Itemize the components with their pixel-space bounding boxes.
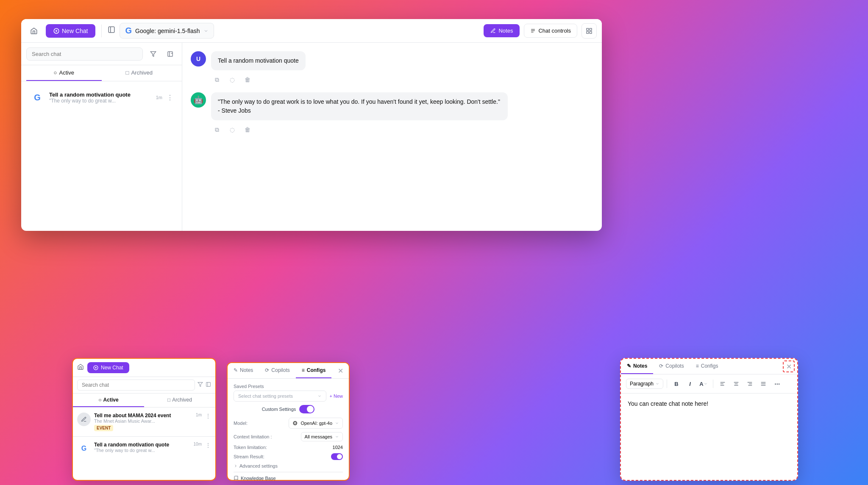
chat-preview: "The only way to do great w... xyxy=(49,98,152,104)
sidebar-float-search-input[interactable] xyxy=(77,380,195,391)
paragraph-select[interactable]: Paragraph xyxy=(626,379,663,389)
justify-button[interactable] xyxy=(757,378,769,390)
sidebar-float-item-1[interactable]: Tell me about MAMA 2024 event The Mnet A… xyxy=(73,409,215,435)
search-input[interactable] xyxy=(26,47,143,61)
model-row: Model: ⚙ OpenAI: gpt-4o xyxy=(234,418,343,429)
model-select[interactable]: ⚙ OpenAI: gpt-4o xyxy=(289,418,343,429)
notes-tab-configs[interactable]: ≡ Configs xyxy=(690,359,724,374)
saved-presets-label: Saved Presets xyxy=(234,384,343,389)
advanced-settings-toggle[interactable]: Advanced settings xyxy=(234,463,343,468)
kb-label: Knowledge Base xyxy=(234,476,343,481)
chat-item-avatar-2: G xyxy=(77,442,91,455)
chat-controls-label: Chat controls xyxy=(538,28,571,34)
chat-info: Tell a random motivation quote "The only… xyxy=(49,91,152,104)
preset-select[interactable]: Select chat setting presets xyxy=(234,391,326,402)
chat-controls-button[interactable]: Chat controls xyxy=(524,24,577,38)
configs-tab-label: Configs xyxy=(307,367,326,373)
message-block-ai: 🤖 "The only way to do great work is to l… xyxy=(191,92,593,136)
copy-button-ai[interactable]: ⧉ xyxy=(211,124,223,136)
chat-title: Tell a random motivation quote xyxy=(49,91,152,98)
refresh-button-ai[interactable]: ◌ xyxy=(226,124,238,136)
delete-button-user[interactable]: 🗑 xyxy=(242,74,253,86)
chat-avatar: G xyxy=(30,90,45,105)
new-chat-button[interactable]: New Chat xyxy=(46,24,95,38)
sidebar-float-item-2[interactable]: G Tell a random motivation quote "The on… xyxy=(73,438,215,459)
controls-tab-copilots[interactable]: ⟳ Copilots xyxy=(259,363,295,378)
align-center-button[interactable] xyxy=(730,378,742,390)
chat-item-avatar-1 xyxy=(77,413,91,426)
ai-avatar: 🤖 xyxy=(191,92,206,108)
kb-title: Knowledge Base xyxy=(241,476,276,481)
chat-time-1: 1m xyxy=(196,413,202,417)
model-value: OpenAI: gpt-4o xyxy=(300,421,332,426)
more-formatting-button[interactable]: ⋯ xyxy=(771,378,783,390)
chat-item-more-1[interactable]: ⋮ xyxy=(205,413,211,419)
notes-tab-notes[interactable]: ✎ Notes xyxy=(621,359,653,374)
message-block-user: U Tell a random motivation quote ⧉ ◌ 🗑 xyxy=(191,51,593,86)
message-actions-ai: ⧉ ◌ 🗑 xyxy=(191,124,593,136)
custom-settings-toggle[interactable] xyxy=(299,405,314,413)
italic-button[interactable]: I xyxy=(684,378,696,390)
align-left-button[interactable] xyxy=(717,378,729,390)
chat-more-button[interactable]: ⋮ xyxy=(167,94,173,102)
preset-placeholder: Select chat setting presets xyxy=(238,394,293,399)
notes-content[interactable]: You can create chat note here! xyxy=(621,394,797,457)
new-preset-button[interactable]: + New xyxy=(330,394,343,399)
extra-icon-button[interactable] xyxy=(581,23,597,39)
tab-active[interactable]: ○ Active xyxy=(26,65,102,81)
chat-item-more-2[interactable]: ⋮ xyxy=(205,442,211,449)
chat-list: G Tell a random motivation quote "The on… xyxy=(21,81,182,231)
svg-rect-3 xyxy=(109,27,115,33)
notes-float-panel: ✎ Notes ⟳ Copilots ≡ Configs ✕ Paragraph… xyxy=(620,358,798,481)
chat-item-preview-2: "The only way to do great w... xyxy=(94,448,190,453)
delete-button-ai[interactable]: 🗑 xyxy=(242,124,253,136)
configs-icon: ≡ xyxy=(696,363,699,369)
sidebar-toggle[interactable] xyxy=(108,26,115,36)
sidebar-float-tab-active[interactable]: ○Active xyxy=(73,394,144,407)
sidebar-float-filter-icon[interactable] xyxy=(198,381,203,389)
controls-close-button[interactable]: ✕ xyxy=(334,365,346,377)
controls-tab-configs[interactable]: ≡ Configs xyxy=(296,363,332,378)
sidebar-float-new-chat-label: New Chat xyxy=(101,365,123,371)
align-right-button[interactable] xyxy=(744,378,756,390)
copy-button-user[interactable]: ⧉ xyxy=(211,74,223,86)
notes-icon: ✎ xyxy=(627,363,631,369)
stream-toggle[interactable] xyxy=(331,453,343,460)
copilots-tab-label: Copilots xyxy=(271,367,289,373)
svg-rect-13 xyxy=(167,51,172,56)
notes-text: You can create chat note here! xyxy=(628,400,708,407)
controls-tab-notes[interactable]: ✎ Notes xyxy=(228,363,259,378)
sidebar-float-home[interactable] xyxy=(77,363,84,372)
chat-item[interactable]: G Tell a random motivation quote "The on… xyxy=(24,86,179,109)
chat-item-title-1: Tell me about MAMA 2024 event xyxy=(94,413,192,418)
compose-icon[interactable] xyxy=(163,47,177,61)
context-label: Context limitation : xyxy=(234,434,272,439)
header-right: Notes Chat controls xyxy=(484,23,597,39)
notes-close-button[interactable]: ✕ xyxy=(783,360,795,372)
refresh-button-user[interactable]: ◌ xyxy=(226,74,238,86)
bold-button[interactable]: B xyxy=(670,378,682,390)
sidebar-float-tab-archived[interactable]: □Archived xyxy=(144,394,215,407)
notes-label-tab: Notes xyxy=(633,363,647,369)
sidebar-float-new-chat[interactable]: New Chat xyxy=(87,362,129,373)
tab-active-label: Active xyxy=(59,69,74,76)
notes-tab-copilots[interactable]: ⟳ Copilots xyxy=(653,359,690,374)
custom-settings-label: Custom Settings xyxy=(262,407,296,412)
notes-button[interactable]: Notes xyxy=(484,24,520,37)
model-selector[interactable]: G Google: gemini-1.5-flash xyxy=(120,23,214,39)
font-color-button[interactable]: A xyxy=(698,378,709,390)
event-badge: EVENT xyxy=(94,425,113,431)
context-select[interactable]: All messages xyxy=(301,432,343,441)
sidebar-float-compose-icon[interactable] xyxy=(206,381,211,389)
chat-item-meta-1: 1m xyxy=(196,413,202,417)
context-row: Context limitation : All messages xyxy=(234,432,343,441)
svg-rect-8 xyxy=(587,28,589,30)
home-button[interactable] xyxy=(26,23,42,39)
stream-label: Stream Result: xyxy=(234,454,264,459)
advanced-settings-label: Advanced settings xyxy=(239,463,278,468)
copilots-icon: ⟳ xyxy=(659,363,663,369)
filter-icon[interactable] xyxy=(146,47,160,61)
tab-archived[interactable]: □ Archived xyxy=(102,65,177,81)
google-icon-float: G xyxy=(81,445,86,452)
model-form-label: Model: xyxy=(234,421,248,426)
